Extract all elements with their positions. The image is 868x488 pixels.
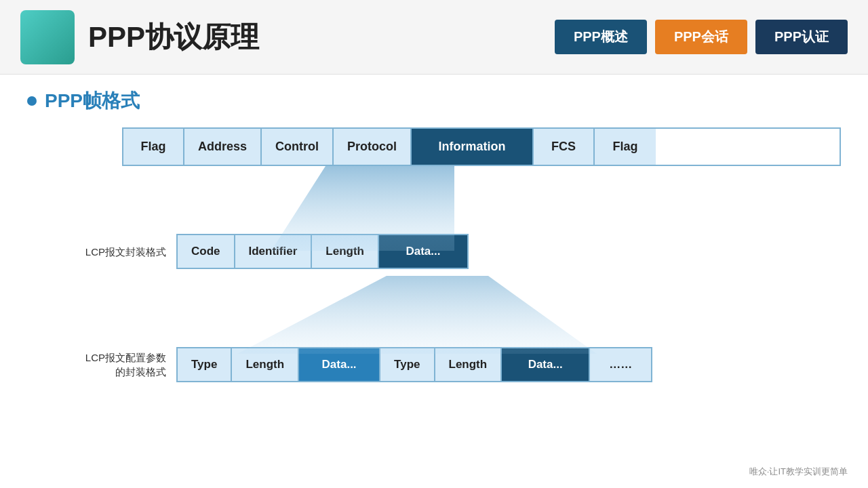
funnel1-container (122, 166, 610, 254)
nav-btn-auth[interactable]: PPP认证 (755, 20, 848, 54)
ppp-frame-row: Flag Address Control Protocol Informatio… (122, 127, 841, 166)
funnel2-container (176, 276, 617, 357)
main-content: PPP帧格式 Flag Address Control Protocol Inf… (0, 75, 868, 396)
nav-btn-overview[interactable]: PPP概述 (555, 20, 647, 54)
watermark: 唯众·让IT教学实训更简单 (749, 466, 848, 478)
nav-btn-session[interactable]: PPP会话 (655, 20, 747, 54)
nav-buttons: PPP概述 PPP会话 PPP认证 (555, 20, 848, 54)
frame-cell-flag1: Flag (123, 129, 184, 165)
frame-cell-control: Control (262, 129, 334, 165)
diagram-wrapper: Flag Address Control Protocol Informatio… (47, 127, 841, 382)
header-accent (20, 10, 75, 64)
funnel2-svg (176, 276, 617, 357)
ppp-frame-container: Flag Address Control Protocol Informatio… (122, 127, 841, 166)
section-title: PPP帧格式 (27, 88, 841, 114)
lcp-label2: LCP报文配置参数 的封装格式 (47, 350, 176, 379)
page-title: PPP协议原理 (88, 18, 555, 56)
frame-cell-protocol: Protocol (334, 129, 412, 165)
bullet-icon (27, 96, 37, 106)
svg-marker-0 (271, 166, 454, 251)
section-title-text: PPP帧格式 (45, 88, 140, 114)
header: PPP协议原理 PPP概述 PPP会话 PPP认证 (0, 0, 868, 75)
frame-cell-fcs: FCS (534, 129, 595, 165)
frame-cell-address: Address (184, 129, 262, 165)
funnel1-svg (122, 166, 610, 254)
frame-cell-flag2: Flag (595, 129, 656, 165)
svg-marker-1 (237, 276, 597, 354)
frame-cell-information: Information (412, 129, 534, 165)
